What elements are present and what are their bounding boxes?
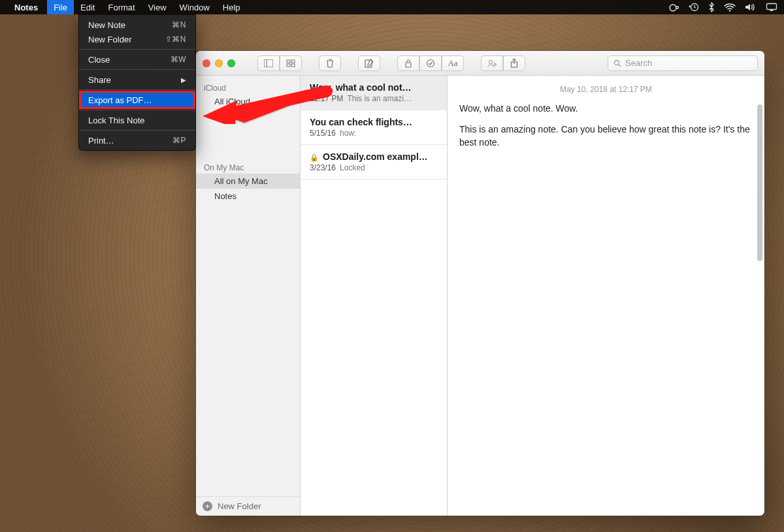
svg-point-0 bbox=[670, 5, 676, 11]
note-date: May 10, 2018 at 12:17 PM bbox=[459, 85, 753, 94]
note-title: OSXDaily.com exampl… bbox=[323, 151, 428, 162]
menu-separator bbox=[79, 49, 195, 50]
folders-sidebar: iCloud All iCloud es On My Mac All on My… bbox=[196, 76, 301, 516]
menu-close[interactable]: Close ⌘W bbox=[79, 52, 195, 67]
new-note-button[interactable] bbox=[358, 55, 380, 71]
menu-item-label: Close bbox=[88, 55, 110, 65]
menu-item-label: New Note bbox=[88, 20, 125, 30]
menu-item-label: Share bbox=[88, 75, 111, 85]
menu-separator bbox=[79, 69, 195, 70]
list-view-button[interactable] bbox=[257, 55, 280, 71]
menu-lock-this-note[interactable]: Lock This Note bbox=[79, 113, 195, 127]
sidebar-item-notes-local[interactable]: Notes bbox=[196, 189, 300, 204]
menu-separator bbox=[79, 89, 195, 90]
svg-rect-7 bbox=[291, 60, 295, 63]
menu-format[interactable]: Format bbox=[101, 0, 141, 14]
svg-rect-3 bbox=[767, 4, 777, 10]
note-preview: This is an amazi… bbox=[347, 94, 412, 103]
window-titlebar[interactable]: Aa Search bbox=[196, 51, 764, 76]
note-time: 3/23/16 bbox=[310, 163, 336, 172]
svg-rect-4 bbox=[264, 59, 273, 67]
menu-help[interactable]: Help bbox=[216, 0, 247, 14]
checklist-button[interactable] bbox=[419, 55, 442, 71]
add-people-button[interactable] bbox=[481, 55, 503, 71]
menu-new-folder[interactable]: New Folder ⇧⌘N bbox=[79, 32, 195, 46]
format-button[interactable]: Aa bbox=[442, 55, 464, 71]
svg-point-16 bbox=[615, 60, 619, 65]
lock-button[interactable] bbox=[397, 55, 419, 71]
menu-separator bbox=[79, 110, 195, 110]
shortcut-label: ⌘W bbox=[171, 55, 186, 64]
new-folder-label: New Folder bbox=[218, 501, 261, 511]
menu-export-as-pdf[interactable]: Export as PDF… bbox=[79, 91, 195, 109]
menu-share[interactable]: Share ▶ bbox=[79, 72, 195, 87]
svg-rect-6 bbox=[287, 60, 290, 63]
search-input[interactable]: Search bbox=[608, 55, 758, 71]
menu-separator bbox=[79, 130, 195, 131]
window-minimize-button[interactable] bbox=[215, 59, 223, 67]
wifi-icon[interactable] bbox=[724, 3, 736, 12]
svg-rect-9 bbox=[291, 64, 295, 67]
svg-line-17 bbox=[619, 65, 621, 67]
lock-icon: 🔒 bbox=[310, 153, 319, 161]
note-preview: Locked bbox=[340, 163, 365, 172]
scrollbar[interactable] bbox=[757, 104, 762, 510]
plus-icon: + bbox=[203, 501, 212, 511]
menu-window[interactable]: Window bbox=[173, 0, 216, 14]
svg-rect-8 bbox=[287, 64, 290, 67]
note-time: 5/15/16 bbox=[310, 129, 336, 138]
search-placeholder: Search bbox=[625, 58, 652, 68]
window-zoom-button[interactable] bbox=[227, 59, 235, 67]
submenu-arrow-icon: ▶ bbox=[181, 76, 186, 84]
menu-bar: Notes File Edit Format View Window Help bbox=[0, 0, 784, 14]
menu-new-note[interactable]: New Note ⌘N bbox=[79, 18, 195, 32]
svg-point-2 bbox=[729, 10, 730, 11]
note-list-item[interactable]: 🔒OSXDaily.com exampl… 3/23/16Locked bbox=[301, 145, 447, 180]
file-menu-dropdown: New Note ⌘N New Folder ⇧⌘N Close ⌘W Shar… bbox=[78, 14, 196, 151]
annotation-arrow-icon bbox=[196, 85, 333, 124]
sidebar-section-on-my-mac: On My Mac bbox=[196, 161, 300, 174]
menu-file[interactable]: File bbox=[47, 0, 74, 14]
app-name[interactable]: Notes bbox=[14, 3, 38, 12]
svg-point-13 bbox=[489, 60, 493, 63]
menu-print[interactable]: Print… ⌘P bbox=[79, 133, 195, 148]
menu-item-label: New Folder bbox=[88, 35, 131, 44]
menu-item-label: Print… bbox=[88, 136, 114, 146]
time-machine-icon[interactable] bbox=[689, 2, 699, 12]
svg-rect-11 bbox=[406, 63, 411, 67]
note-content-area[interactable]: May 10, 2018 at 12:17 PM Wow, what a coo… bbox=[448, 76, 764, 516]
shortcut-label: ⌘P bbox=[172, 136, 186, 145]
volume-icon[interactable] bbox=[745, 3, 757, 12]
note-body-title: Wow, what a cool note. Wow. bbox=[459, 103, 753, 114]
delete-button[interactable] bbox=[319, 55, 341, 71]
search-icon bbox=[613, 59, 621, 67]
airplay-icon[interactable] bbox=[766, 3, 777, 12]
menu-item-label: Lock This Note bbox=[88, 116, 144, 125]
note-preview: how: bbox=[340, 129, 356, 138]
share-button[interactable] bbox=[503, 55, 525, 71]
window-close-button[interactable] bbox=[203, 59, 210, 67]
menu-item-label: Export as PDF… bbox=[88, 95, 152, 105]
note-body-text: This is an amazing note. Can you believe… bbox=[459, 123, 753, 149]
bluetooth-icon[interactable] bbox=[708, 2, 715, 12]
menu-edit[interactable]: Edit bbox=[74, 0, 101, 14]
grid-view-button[interactable] bbox=[280, 55, 302, 71]
sidebar-item-all-on-my-mac[interactable]: All on My Mac bbox=[196, 174, 300, 189]
notes-list: Wow, what a cool not… 12:17 PMThis is an… bbox=[301, 76, 448, 516]
sidebar-new-folder-button[interactable]: + New Folder bbox=[196, 496, 300, 516]
shortcut-label: ⇧⌘N bbox=[165, 35, 186, 44]
shortcut-label: ⌘N bbox=[172, 20, 186, 29]
menu-view[interactable]: View bbox=[142, 0, 173, 14]
coffee-icon[interactable] bbox=[668, 3, 679, 12]
scrollbar-thumb[interactable] bbox=[757, 104, 762, 261]
svg-point-12 bbox=[427, 59, 434, 67]
